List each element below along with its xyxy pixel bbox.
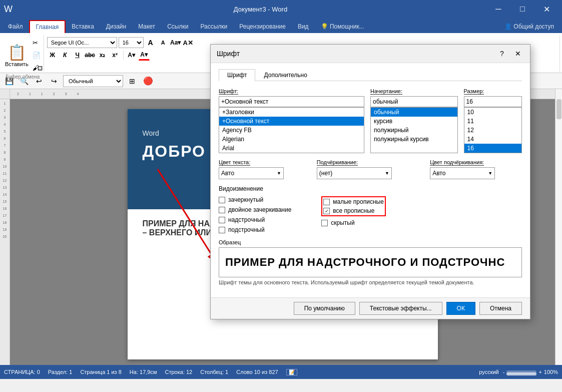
tab-file[interactable]: Файл (2, 20, 29, 33)
font-list-item[interactable]: Arial (219, 144, 364, 153)
subscript-checkbox[interactable] (219, 227, 225, 233)
text-color-dropdown[interactable]: Авто ▼ (219, 167, 284, 179)
tab-font-advanced[interactable]: Дополнительно (255, 69, 315, 81)
font-size-input[interactable] (464, 96, 522, 107)
small-caps-checkbox[interactable] (323, 199, 330, 205)
size-list-item[interactable]: 14 (464, 135, 521, 144)
size-list-item-16[interactable]: 16 (464, 144, 521, 153)
font-name-listbox[interactable]: +Заголовки +Основной текст Agency FB Alg… (219, 107, 364, 153)
italic-button[interactable]: К (60, 50, 71, 61)
style-list-item-bolditalic[interactable]: полужирный курсив (371, 135, 457, 144)
font-list-item[interactable]: Algerian (219, 135, 364, 144)
font-list-item-selected[interactable]: +Основной текст (219, 117, 364, 126)
all-caps-checkbox[interactable] (323, 208, 330, 214)
font-size-select[interactable]: 16 (119, 37, 144, 48)
style-list-item-italic[interactable]: курсив (371, 117, 457, 126)
tab-layout[interactable]: Макет (132, 20, 161, 33)
font-name-input[interactable] (219, 96, 364, 107)
dialog-close-button[interactable]: ✕ (512, 48, 524, 60)
toolbar-grid-button[interactable]: ⊞ (126, 75, 138, 87)
tab-insert[interactable]: Вставка (66, 20, 100, 33)
preview-section: Образец ПРИМЕР ДЛЯ НАДСТРОЧНОГО И ПОДСТР… (219, 239, 522, 285)
subscript-label: подстрочный (228, 226, 265, 233)
preview-note: Шрифт темы для основного текста. Использ… (219, 279, 522, 285)
maximize-button[interactable]: □ (511, 0, 534, 18)
font-shrink-button[interactable]: A (158, 37, 169, 48)
tab-font-main[interactable]: Шрифт (219, 69, 255, 81)
mod-right-col: малые прописные все прописные скрытый (321, 196, 386, 233)
font-dialog[interactable]: Шрифт ? ✕ Шрифт Дополнительно Шрифт: +За (210, 44, 530, 319)
tab-mailings[interactable]: Рассылки (194, 20, 233, 33)
tab-references[interactable]: Ссылки (161, 20, 194, 33)
underline-color-col: Цвет подчёркивания: Авто ▼ (430, 159, 522, 179)
mod-small-caps: малые прописные (323, 198, 384, 205)
clear-format-button[interactable]: A✕ (183, 37, 194, 48)
strikethrough-checkbox[interactable] (219, 197, 225, 203)
superscript-checkbox[interactable] (219, 217, 225, 223)
scrollbar-vertical[interactable] (555, 89, 562, 365)
underline-color-dropdown[interactable]: Авто ▼ (430, 167, 495, 179)
size-list-item[interactable]: 12 (464, 126, 521, 135)
tab-help[interactable]: 💡 Помощник... (315, 20, 370, 33)
style-select[interactable]: Обычный (63, 75, 123, 87)
status-column: Столбец: 1 (200, 369, 228, 375)
status-section: Раздел: 1 (48, 369, 73, 375)
title-bar: W Документ3 - Word ─ □ ✕ (0, 0, 562, 18)
font-list-item[interactable]: Agency FB (219, 126, 364, 135)
double-strike-checkbox[interactable] (219, 207, 225, 213)
font-color-button[interactable]: A▾ (139, 50, 150, 61)
tab-share[interactable]: 👤 Общий доступ (498, 20, 560, 33)
preview-text: ПРИМЕР ДЛЯ НАДСТРОЧНОГО И ПОДСТРОЧНС (225, 256, 505, 269)
paste-button[interactable]: 📋 Вставить (5, 44, 29, 67)
font-list-item[interactable]: +Заголовки (219, 108, 364, 117)
mod-all-caps: все прописные (323, 207, 384, 214)
ok-button[interactable]: ОК (446, 302, 475, 315)
effects-button[interactable]: Текстовые эффекты... (359, 302, 442, 315)
title-bar-app-icon: W (4, 4, 34, 15)
style-list-item-normal[interactable]: обычный (371, 108, 457, 117)
dialog-tabs: Шрифт Дополнительно (219, 69, 522, 81)
change-case-button[interactable]: Aa▾ (170, 37, 181, 48)
tab-home[interactable]: Главная (29, 20, 66, 33)
size-list-item[interactable]: 11 (464, 117, 521, 126)
underline-dropdown[interactable]: (нет) ▼ (317, 167, 392, 179)
modifications-section: Видоизменение зачеркнутый двойное зачерк… (219, 185, 522, 233)
font-name-select[interactable]: Segoe UI (Ос... (47, 37, 117, 48)
format-button[interactable]: 🔴 (143, 76, 153, 86)
cancel-button[interactable]: Отмена (479, 302, 522, 315)
copy-button[interactable]: 📄 (33, 50, 41, 61)
ribbon-clipboard-section: 📋 Вставить ✂ 📄 🖌 Буфер обмена 🔲 (2, 35, 44, 72)
zoom-out-btn[interactable]: - (503, 369, 505, 375)
font-style-input[interactable] (370, 96, 458, 107)
vertical-ruler: 1234567 891011121314 151617181920 (0, 89, 10, 365)
minimize-button[interactable]: ─ (487, 0, 510, 18)
subscript-button[interactable]: x₂ (97, 50, 108, 61)
style-list-item-bold[interactable]: полужирный (371, 126, 457, 135)
mod-superscript: надстрочный (219, 216, 291, 223)
cut-button[interactable]: ✂ (33, 37, 41, 48)
text-highlight-button[interactable]: A▾ (126, 50, 137, 61)
close-button[interactable]: ✕ (535, 0, 558, 18)
tab-design[interactable]: Дизайн (100, 20, 132, 33)
scrollbar-thumb[interactable] (556, 99, 561, 119)
hidden-checkbox[interactable] (321, 220, 328, 226)
superscript-button[interactable]: x² (110, 50, 121, 61)
redo-button[interactable]: ↪ (48, 75, 60, 87)
font-name-label: Шрифт: (219, 88, 364, 94)
zoom-in-btn[interactable]: + (538, 369, 541, 375)
bold-button[interactable]: Ж (47, 50, 58, 61)
font-size-listbox[interactable]: 10 11 12 14 16 (464, 107, 522, 153)
tab-review[interactable]: Рецензирование (233, 20, 292, 33)
font-columns: Шрифт: +Заголовки +Основной текст Agency… (219, 88, 522, 153)
strikethrough-button[interactable]: abc (85, 50, 96, 61)
clipboard-expand[interactable]: 🔲 (38, 66, 43, 71)
font-grow-button[interactable]: A (145, 37, 156, 48)
tab-view[interactable]: Вид (292, 20, 315, 33)
default-button[interactable]: По умолчанию (294, 302, 355, 315)
underline-button[interactable]: Ч (72, 50, 83, 61)
size-list-item[interactable]: 10 (464, 108, 521, 117)
font-style-listbox[interactable]: обычный курсив полужирный полужирный кур… (370, 107, 458, 153)
dialog-help-button[interactable]: ? (496, 48, 508, 60)
status-language: русский (479, 369, 498, 375)
ribbon-tabs: Файл Главная Вставка Дизайн Макет Ссылки… (0, 18, 562, 33)
